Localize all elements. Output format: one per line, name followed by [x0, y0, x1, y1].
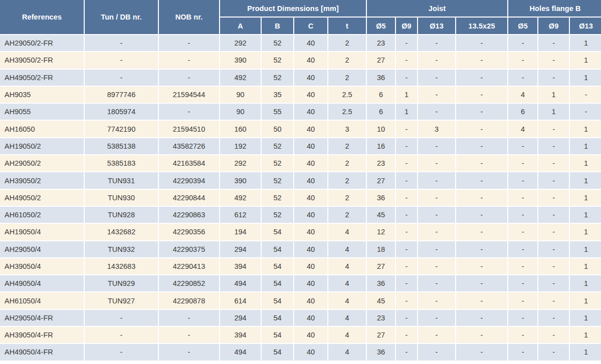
cell-flange-d5: - — [508, 155, 538, 172]
table-row: AH49050/2TUN930422908444925240236-----1 — [0, 189, 601, 206]
cell-tun-db-nr: - — [84, 326, 158, 343]
header-flange-d5: Ø5 — [508, 17, 538, 35]
header-joist-d13: Ø13 — [418, 17, 456, 35]
cell-joist-d5: 23 — [366, 35, 395, 52]
cell-nob-nr: - — [158, 309, 220, 326]
table-row: AH19050/25385138435827261925240216-----1 — [0, 138, 601, 155]
cell-tun-db-nr: TUN931 — [84, 172, 158, 189]
cell-references: AH9055 — [0, 103, 84, 120]
cell-joist-d9: - — [395, 223, 418, 240]
cell-nob-nr: 42290375 — [158, 241, 220, 258]
cell-nob-nr: - — [158, 69, 220, 86]
cell-flange-d5: - — [508, 292, 538, 309]
cell-flange-d5: - — [508, 189, 538, 206]
cell-joist-d9: - — [395, 275, 418, 292]
cell-flange-d13: 1 — [569, 155, 601, 172]
cell-nob-nr: 42290356 — [158, 223, 220, 240]
cell-joist-13-5x25: - — [456, 258, 508, 275]
cell-references: AH29050/4-FR — [0, 309, 84, 326]
cell-joist-13-5x25: - — [456, 138, 508, 155]
table-row: AH39050/4-FR--3945440427-----1 — [0, 326, 601, 343]
cell-tun-db-nr: TUN927 — [84, 292, 158, 309]
header-nob-nr: NOB nr. — [158, 0, 220, 35]
cell-joist-d5: 27 — [366, 258, 395, 275]
cell-flange-d9: - — [538, 206, 569, 223]
cell-tun-db-nr: - — [84, 309, 158, 326]
cell-dim-c: 40 — [294, 206, 328, 223]
cell-tun-db-nr: 8977746 — [84, 86, 158, 103]
cell-dim-t: 2 — [328, 206, 366, 223]
cell-dim-t: 2 — [328, 155, 366, 172]
cell-references: AH19050/2 — [0, 138, 84, 155]
cell-flange-d5: - — [508, 138, 538, 155]
cell-joist-d9: - — [395, 326, 418, 343]
cell-flange-d5: - — [508, 206, 538, 223]
cell-flange-d5: 4 — [508, 120, 538, 137]
cell-dim-t: 2 — [328, 138, 366, 155]
cell-nob-nr: 42290394 — [158, 172, 220, 189]
cell-dim-b: 54 — [261, 275, 294, 292]
cell-nob-nr: 21594544 — [158, 86, 220, 103]
header-dim-a: A — [220, 17, 261, 35]
cell-dim-t: 4 — [328, 309, 366, 326]
cell-flange-d9: - — [538, 120, 569, 137]
cell-joist-d5: 45 — [366, 292, 395, 309]
header-dim-t: t — [328, 17, 366, 35]
cell-flange-d5: 4 — [508, 86, 538, 103]
header-group-row: References Tun / DB nr. NOB nr. Product … — [0, 0, 601, 17]
cell-dim-a: 160 — [220, 120, 261, 137]
cell-dim-a: 394 — [220, 326, 261, 343]
cell-joist-d9: - — [395, 52, 418, 69]
cell-flange-d5: - — [508, 343, 538, 360]
cell-flange-d9: - — [538, 69, 569, 86]
cell-joist-13-5x25: - — [456, 241, 508, 258]
cell-flange-d13: 1 — [569, 292, 601, 309]
cell-references: AH61050/4 — [0, 292, 84, 309]
cell-joist-d9: 1 — [395, 86, 418, 103]
cell-joist-d13: - — [418, 275, 456, 292]
cell-flange-d9: - — [538, 309, 569, 326]
cell-flange-d13: 1 — [569, 120, 601, 137]
cell-flange-d5: - — [508, 172, 538, 189]
cell-dim-a: 614 — [220, 292, 261, 309]
cell-joist-13-5x25: - — [456, 172, 508, 189]
cell-dim-b: 52 — [261, 206, 294, 223]
cell-joist-d13: - — [418, 326, 456, 343]
cell-joist-d13: 3 — [418, 120, 456, 137]
cell-dim-c: 40 — [294, 138, 328, 155]
cell-joist-d9: - — [395, 69, 418, 86]
cell-joist-d9: - — [395, 138, 418, 155]
cell-flange-d9: - — [538, 275, 569, 292]
cell-joist-d9: - — [395, 206, 418, 223]
cell-tun-db-nr: 7742190 — [84, 120, 158, 137]
cell-joist-13-5x25: - — [456, 189, 508, 206]
header-group-holes-flange-b: Holes flange B — [508, 0, 601, 17]
cell-dim-b: 52 — [261, 35, 294, 52]
cell-joist-d13: - — [418, 138, 456, 155]
cell-dim-b: 54 — [261, 241, 294, 258]
cell-dim-b: 52 — [261, 69, 294, 86]
table-row: AH160507742190215945101605040310-3-4-1 — [0, 120, 601, 137]
cell-nob-nr: 21594510 — [158, 120, 220, 137]
cell-dim-t: 2.5 — [328, 103, 366, 120]
cell-dim-t: 4 — [328, 241, 366, 258]
cell-joist-d9: - — [395, 258, 418, 275]
cell-references: AH16050 — [0, 120, 84, 137]
cell-tun-db-nr: - — [84, 52, 158, 69]
cell-nob-nr: 42290844 — [158, 189, 220, 206]
cell-joist-d13: - — [418, 52, 456, 69]
header-group-product-dimensions: Product Dimensions [mm] — [220, 0, 366, 17]
cell-dim-a: 294 — [220, 241, 261, 258]
cell-dim-t: 2 — [328, 189, 366, 206]
cell-flange-d13: 1 — [569, 189, 601, 206]
cell-joist-d9: - — [395, 241, 418, 258]
cell-joist-13-5x25: - — [456, 343, 508, 360]
cell-joist-d13: - — [418, 309, 456, 326]
cell-nob-nr: - — [158, 343, 220, 360]
cell-flange-d9: - — [538, 189, 569, 206]
cell-tun-db-nr: 5385183 — [84, 155, 158, 172]
cell-flange-d13: 1 — [569, 35, 601, 52]
cell-nob-nr: 42163584 — [158, 155, 220, 172]
header-references: References — [0, 0, 84, 35]
table-row: AH29050/25385183421635842925240223-----1 — [0, 155, 601, 172]
